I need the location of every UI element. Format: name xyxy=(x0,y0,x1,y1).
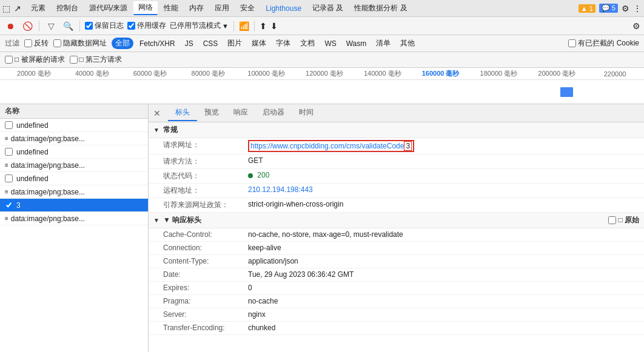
upload-icon[interactable]: ⬆ xyxy=(260,21,267,31)
throttle-arrow[interactable]: ▼ xyxy=(222,22,229,30)
menu-console[interactable]: 控制台 xyxy=(52,2,83,15)
menu-network[interactable]: 网络 xyxy=(133,1,158,15)
cursor-icon[interactable]: ↗ xyxy=(14,4,21,13)
server-key: Server: xyxy=(163,310,248,319)
devtools-icons: ⬚ ↗ xyxy=(2,4,21,13)
original-checkbox[interactable]: □ 原始 xyxy=(608,215,639,225)
general-section-body: 请求网址： https://www.cnpcbidding.com/cms/va… xyxy=(149,138,644,213)
gear-icon[interactable]: ⚙ xyxy=(622,4,629,13)
expires-value: 0 xyxy=(248,284,639,292)
menu-application[interactable]: 应用 xyxy=(210,2,234,15)
original-checkbox-area: □ 原始 xyxy=(608,215,639,225)
filter-doc[interactable]: 文档 xyxy=(297,38,318,49)
has-blocked-cookie-checkbox[interactable]: 有已拦截的 Cookie xyxy=(568,38,639,48)
toolbar-settings-icon[interactable]: ⚙ xyxy=(632,21,640,31)
image-icon: ≡ xyxy=(5,215,8,222)
timeline-label-2: 60000 毫秒 xyxy=(121,69,179,78)
list-item-selected[interactable]: 3 xyxy=(0,199,148,212)
filter-all[interactable]: 全部 xyxy=(112,38,133,49)
request-url-row: 请求网址： https://www.cnpcbidding.com/cms/va… xyxy=(149,138,644,154)
filter-js[interactable]: JS xyxy=(181,39,197,48)
general-section-header[interactable]: ▼ 常规 xyxy=(149,122,644,138)
download-icon[interactable]: ⬇ xyxy=(270,21,278,31)
timeline-label-4: 100000 毫秒 xyxy=(237,69,295,78)
info-badge: 💬 5 xyxy=(599,4,618,13)
tab-timing[interactable]: 时间 xyxy=(292,105,321,121)
status-code-value: 200 xyxy=(248,171,639,179)
list-item[interactable]: undefined xyxy=(0,172,148,185)
filter-other[interactable]: 其他 xyxy=(397,38,418,49)
date-row: Date: Tue, 29 Aug 2023 06:36:42 GMT xyxy=(149,268,644,282)
tab-preview[interactable]: 预览 xyxy=(197,105,226,121)
list-item[interactable]: ≡ data:image/png;base... xyxy=(0,212,148,225)
list-item[interactable]: ≡ data:image/png;base... xyxy=(0,132,148,145)
menu-security[interactable]: 安全 xyxy=(235,2,260,15)
divider-3 xyxy=(233,21,234,32)
search-button[interactable]: 🔍 xyxy=(61,19,75,33)
response-headers-section-header[interactable]: ▼ ▼ 响应标头 □ 原始 xyxy=(149,213,644,228)
menu-performance-insights[interactable]: 性能数据分析 及 xyxy=(349,2,412,15)
tab-initiator[interactable]: 启动器 xyxy=(255,105,292,121)
content-type-value: application/json xyxy=(248,257,639,265)
menu-elements[interactable]: 元素 xyxy=(26,2,50,15)
dots-icon[interactable]: ⋮ xyxy=(633,4,642,13)
divider-1 xyxy=(39,21,39,32)
menu-items: 元素 控制台 源代码/来源 网络 性能 内存 应用 安全 Lighthouse … xyxy=(26,1,579,15)
invert-checkbox[interactable]: 反转 xyxy=(24,38,49,48)
divider-4 xyxy=(254,21,255,32)
tab-response[interactable]: 响应 xyxy=(226,105,255,121)
filter-button[interactable]: ▽ xyxy=(44,19,58,33)
menubar-right: ▲ 1 💬 5 ⚙ ⋮ xyxy=(579,4,642,13)
menu-sources[interactable]: 源代码/来源 xyxy=(84,2,132,15)
wifi-icon[interactable]: 📶 xyxy=(239,21,249,31)
request-url-key: 请求网址： xyxy=(163,140,248,150)
pragma-row: Pragma: no-cache xyxy=(149,295,644,308)
preserve-log-checkbox[interactable]: 保留日志 xyxy=(85,21,124,31)
disable-cache-checkbox[interactable]: 停用缓存 xyxy=(127,21,166,31)
request-url-value: https://www.cnpcbidding.com/cms/validate… xyxy=(248,140,639,152)
list-item[interactable]: undefined xyxy=(0,145,148,159)
filter-img[interactable]: 图片 xyxy=(224,38,246,49)
remote-address-row: 远程地址： 210.12.194.198:443 xyxy=(149,184,644,198)
timeline-bar xyxy=(560,87,573,97)
connection-value: keep-alive xyxy=(248,244,639,252)
timeline-label-1: 40000 毫秒 xyxy=(63,69,121,78)
cache-control-row: Cache-Control: no-cache, no-store, max-a… xyxy=(149,228,644,242)
filter-css[interactable]: CSS xyxy=(200,39,222,48)
filter-ws[interactable]: WS xyxy=(321,39,340,48)
general-arrow: ▼ xyxy=(153,127,159,133)
list-item[interactable]: ≡ data:image/png;base... xyxy=(0,185,148,199)
filter-wasm[interactable]: Wasm xyxy=(343,39,371,48)
server-row: Server: nginx xyxy=(149,308,644,322)
hide-data-url-checkbox[interactable]: 隐藏数据网址 xyxy=(53,38,107,48)
left-panel: 名称 undefined ≡ data:image/png;base... un… xyxy=(0,104,149,352)
response-headers-body: Cache-Control: no-cache, no-store, max-a… xyxy=(149,228,644,335)
record-button[interactable]: ⏺ xyxy=(4,19,17,33)
filter-font[interactable]: 字体 xyxy=(272,38,294,49)
inspect-icon[interactable]: ⬚ xyxy=(2,4,10,13)
timeline-bar-area xyxy=(0,80,644,104)
request-method-value: GET xyxy=(248,156,639,165)
general-title: 常规 xyxy=(163,125,178,135)
status-code-key: 状态代码： xyxy=(163,171,248,181)
blocked-requests-checkbox[interactable]: □ 被屏蔽的请求 xyxy=(5,55,65,65)
timeline-label-0: 20000 毫秒 xyxy=(5,69,63,78)
throttle-select-area[interactable]: 已停用节流模式 ▼ xyxy=(170,21,229,31)
toolbar: ⏺ 🚫 ▽ 🔍 保留日志 停用缓存 已停用节流模式 ▼ 📶 ⬆ ⬇ ⚙ xyxy=(0,17,644,35)
menu-performance[interactable]: 性能 xyxy=(159,2,183,15)
tab-headers[interactable]: 标头 xyxy=(168,105,197,121)
request-method-row: 请求方法： GET xyxy=(149,154,644,169)
filter-fetch-xhr[interactable]: Fetch/XHR xyxy=(136,39,179,48)
filter-manifest[interactable]: 清单 xyxy=(372,38,394,49)
third-party-checkbox[interactable]: □ 第三方请求 xyxy=(70,55,122,65)
connection-row: Connection: keep-alive xyxy=(149,242,644,255)
list-item[interactable]: undefined xyxy=(0,119,148,132)
menu-memory[interactable]: 内存 xyxy=(184,2,209,15)
date-value: Tue, 29 Aug 2023 06:36:42 GMT xyxy=(248,270,639,279)
close-panel-button[interactable]: ✕ xyxy=(151,107,163,119)
filter-media[interactable]: 媒体 xyxy=(248,38,270,49)
list-item[interactable]: ≡ data:image/png;base... xyxy=(0,159,148,172)
menu-recorder[interactable]: 记录器 及 xyxy=(307,2,348,15)
menu-lighthouse[interactable]: Lighthouse xyxy=(261,3,306,14)
clear-button[interactable]: 🚫 xyxy=(21,19,34,33)
